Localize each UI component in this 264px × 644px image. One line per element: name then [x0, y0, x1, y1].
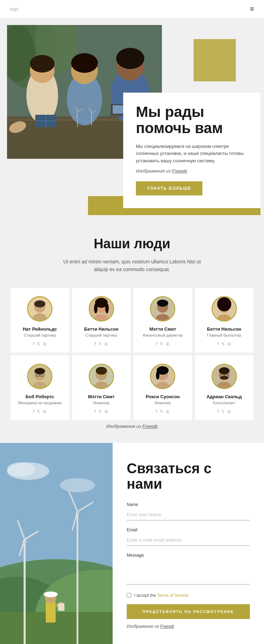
- svg-rect-92: [44, 594, 57, 596]
- instagram-icon[interactable]: ◎: [227, 342, 231, 346]
- twitter-icon[interactable]: 𝕏: [37, 342, 40, 346]
- terms-link[interactable]: Terms of Service: [157, 593, 188, 598]
- svg-point-36: [94, 304, 98, 313]
- svg-point-12: [71, 53, 98, 73]
- team-role: Финансовый директор: [138, 333, 188, 337]
- facebook-icon[interactable]: f: [95, 409, 96, 414]
- contact-section: Связаться с нами Name Email Message I ac…: [0, 443, 264, 644]
- hero-gold-decoration: [194, 39, 236, 81]
- team-socials: f 𝕏 ◎: [138, 409, 188, 414]
- email-label: Email: [127, 527, 250, 532]
- team-socials: f 𝕏 ◎: [199, 342, 250, 346]
- team-socials: f 𝕏 ◎: [138, 342, 188, 346]
- facebook-icon[interactable]: f: [218, 342, 219, 346]
- team-name: Боб Робертс: [15, 394, 65, 399]
- twitter-icon[interactable]: 𝕏: [160, 409, 163, 414]
- svg-rect-78: [0, 612, 113, 644]
- team-socials: f 𝕏 ◎: [15, 409, 65, 414]
- twitter-icon[interactable]: 𝕏: [99, 342, 102, 346]
- twitter-icon[interactable]: 𝕏: [99, 409, 102, 414]
- learn-more-button[interactable]: УЗНАТЬ БОЛЬШЕ: [136, 181, 202, 195]
- hamburger-menu-icon[interactable]: ≡: [250, 5, 254, 13]
- svg-point-31: [34, 300, 45, 307]
- team-grid-row-1: Нат Рейнольдс Старший партнер f 𝕏 ◎ Бетт…: [11, 288, 253, 352]
- instagram-icon[interactable]: ◎: [43, 342, 46, 346]
- email-field-group: Email: [127, 527, 250, 546]
- instagram-icon[interactable]: ◎: [105, 409, 108, 414]
- site-header: logo ≡: [0, 0, 264, 18]
- contact-freepik-link[interactable]: Freepik: [160, 624, 174, 629]
- team-section: Наши люди Ut enim ad minim veniam, quis …: [0, 215, 264, 443]
- svg-point-74: [60, 478, 95, 492]
- team-card: Мэтти Смит Финансовый директор f 𝕏 ◎: [133, 288, 192, 352]
- facebook-icon[interactable]: f: [156, 342, 157, 346]
- team-socials: f 𝕏 ◎: [199, 409, 250, 414]
- instagram-icon[interactable]: ◎: [43, 409, 46, 414]
- team-avatar: [89, 364, 114, 389]
- svg-point-49: [34, 368, 45, 374]
- team-name: Бетти Нильсон: [76, 326, 127, 332]
- team-socials: f 𝕏 ◎: [15, 342, 65, 346]
- twitter-icon[interactable]: 𝕏: [221, 342, 225, 346]
- team-grid-row-2: Боб Робертс Менеджер по продажам f 𝕏 ◎ М…: [11, 355, 253, 420]
- team-avatar: [89, 296, 114, 321]
- terms-checkbox[interactable]: [127, 593, 131, 598]
- team-avatar: [212, 364, 237, 389]
- message-textarea[interactable]: [127, 560, 250, 584]
- svg-point-41: [157, 300, 168, 307]
- name-field-group: Name: [127, 502, 250, 520]
- team-role: Главный бухгалтер: [199, 333, 250, 337]
- instagram-icon[interactable]: ◎: [166, 342, 169, 346]
- team-role: Старший партнер: [76, 333, 127, 337]
- team-role: Инженер: [138, 401, 188, 405]
- team-freepik-credit: Изображения из Freepik: [11, 424, 253, 432]
- instagram-icon[interactable]: ◎: [166, 409, 169, 414]
- facebook-icon[interactable]: f: [33, 409, 34, 414]
- team-card: Бетти Нильсон Старший партнер f 𝕏 ◎: [72, 288, 131, 352]
- svg-point-69: [220, 376, 228, 380]
- team-socials: f 𝕏 ◎: [76, 342, 127, 346]
- name-input[interactable]: [127, 509, 250, 520]
- instagram-icon[interactable]: ◎: [105, 342, 108, 346]
- team-freepik-link[interactable]: Freepik: [142, 424, 157, 429]
- team-name: Мэтти Смит: [138, 326, 188, 332]
- instagram-icon[interactable]: ◎: [227, 409, 231, 414]
- facebook-icon[interactable]: f: [33, 342, 34, 346]
- svg-point-73: [7, 462, 35, 476]
- contact-form-area: Связаться с нами Name Email Message I ac…: [113, 443, 264, 644]
- team-name: Мэтти Смит: [76, 394, 127, 399]
- team-role: Консультант: [199, 401, 250, 405]
- submit-button[interactable]: ПРЕДСТАВЛЯТЬ НА РАССМОТРЕНИЕ: [127, 604, 250, 619]
- team-avatar: [150, 364, 175, 389]
- team-card: Мэтти Смит Инженер f 𝕏 ◎: [72, 355, 131, 420]
- freepik-link[interactable]: Freepik: [172, 168, 187, 174]
- logo: logo: [10, 6, 19, 12]
- team-avatar: [27, 296, 52, 321]
- team-name: Адриан Скольд: [199, 394, 250, 399]
- email-input[interactable]: [127, 534, 250, 546]
- twitter-icon[interactable]: 𝕏: [221, 409, 225, 414]
- team-role: Старший партнер: [15, 333, 65, 337]
- svg-rect-89: [46, 601, 56, 623]
- svg-point-61: [156, 371, 159, 380]
- svg-point-45: [217, 297, 231, 311]
- team-name: Нат Рейнольдс: [15, 326, 65, 332]
- team-avatar: [212, 296, 237, 321]
- contact-image: [0, 443, 113, 644]
- team-avatar: [150, 296, 175, 321]
- facebook-icon[interactable]: f: [156, 409, 157, 414]
- svg-point-9: [30, 55, 55, 73]
- svg-point-65: [219, 367, 230, 374]
- twitter-icon[interactable]: 𝕏: [160, 342, 163, 346]
- team-socials: f 𝕏 ◎: [76, 409, 127, 414]
- terms-checkbox-row: I accept the Terms of Service: [127, 593, 250, 598]
- facebook-icon[interactable]: f: [218, 409, 219, 414]
- team-name: Рокси Суонсон: [138, 394, 188, 399]
- svg-rect-94: [58, 603, 64, 611]
- team-card: Рокси Суонсон Инженер f 𝕏 ◎: [133, 355, 192, 420]
- twitter-icon[interactable]: 𝕏: [37, 409, 40, 414]
- contact-title: Связаться с нами: [127, 461, 250, 492]
- terms-label: I accept the Terms of Service: [134, 593, 189, 598]
- facebook-icon[interactable]: f: [95, 342, 96, 346]
- message-label: Message: [127, 553, 250, 558]
